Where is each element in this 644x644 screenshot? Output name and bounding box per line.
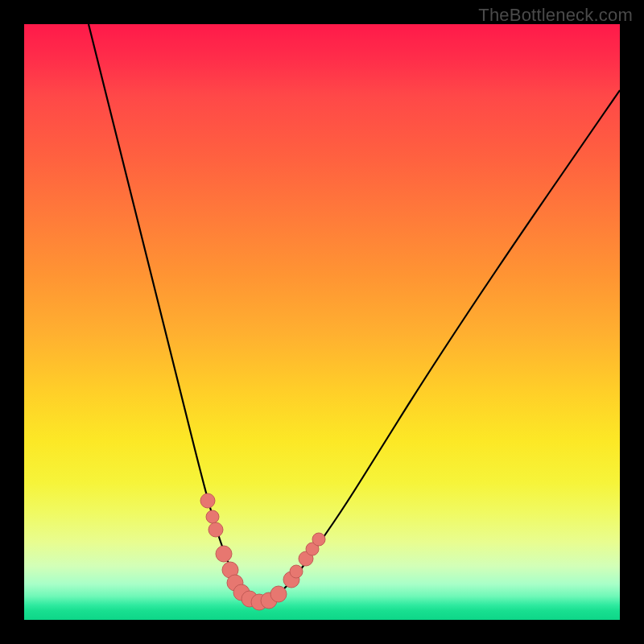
curve-marker	[270, 586, 287, 602]
curve-marker	[312, 533, 325, 546]
curve-marker	[290, 565, 303, 578]
chart-frame: TheBottleneck.com	[0, 0, 644, 644]
plot-area	[24, 24, 620, 620]
bottleneck-curve-path	[89, 24, 620, 602]
curve-svg	[24, 24, 620, 620]
curve-marker	[206, 510, 219, 523]
curve-marker	[208, 522, 223, 537]
curve-marker	[200, 493, 215, 508]
curve-marker	[216, 546, 232, 562]
watermark-text: TheBottleneck.com	[478, 5, 633, 26]
curve-markers	[200, 493, 325, 610]
